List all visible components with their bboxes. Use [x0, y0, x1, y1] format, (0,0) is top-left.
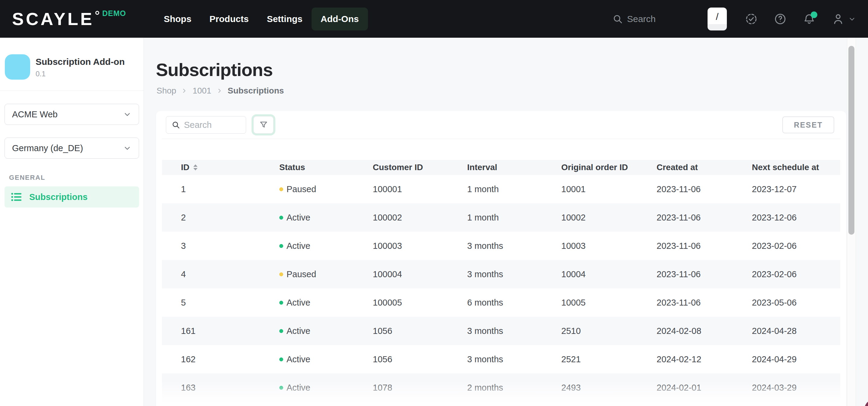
status-dot-icon: [279, 216, 283, 220]
cell-customer-id: 1078: [373, 383, 467, 393]
shop-selector[interactable]: ACME Web: [4, 104, 139, 125]
cell-customer-id: 100002: [373, 213, 467, 223]
status-dot-icon: [279, 244, 283, 248]
status-label: Active: [286, 383, 310, 393]
toolbar-divider: [162, 139, 840, 139]
column-header-id[interactable]: ID: [162, 163, 279, 172]
column-header-status[interactable]: Status: [279, 163, 373, 172]
page-title: Subscriptions: [156, 59, 273, 80]
chevron-down-icon: [123, 110, 131, 119]
status-label: Active: [286, 213, 310, 223]
locale-selector[interactable]: Germany (de_DE): [4, 137, 139, 159]
cell-original-order-id: 10003: [561, 241, 657, 251]
page-scrollbar[interactable]: [847, 38, 856, 406]
column-header-interval[interactable]: Interval: [467, 163, 561, 172]
cell-created-at: 2023-11-06: [657, 241, 752, 251]
breadcrumb: Shop 1001 Subscriptions: [157, 86, 284, 96]
table-row[interactable]: 2 Active 100002 1 month 10002 2023-11-06…: [162, 203, 840, 232]
cell-interval: 3 months: [467, 241, 561, 251]
shop-selector-value: ACME Web: [12, 110, 58, 120]
nav-item-shops[interactable]: Shops: [155, 7, 200, 30]
cell-next-schedule-at: 2023-02-06: [752, 269, 840, 279]
task-check-icon: [745, 13, 757, 25]
table-row[interactable]: 161 Active 1056 3 months 2510 2024-02-08…: [162, 317, 840, 345]
logo-text: SCAYLE: [12, 0, 94, 38]
cell-id: 4: [162, 269, 279, 279]
user-menu-button[interactable]: [832, 13, 856, 25]
cell-created-at: 2023-11-06: [657, 184, 752, 194]
slash-key-label: /: [716, 11, 719, 22]
filter-button[interactable]: [253, 116, 274, 134]
status-dot-icon: [279, 357, 283, 362]
cell-status: Active: [279, 326, 373, 336]
search-icon: [613, 14, 623, 24]
table-row[interactable]: 5 Active 100005 6 months 10005 2023-11-0…: [162, 288, 840, 317]
cell-customer-id: 100003: [373, 241, 467, 251]
status-label: Active: [286, 326, 310, 336]
column-header-created-at[interactable]: Created at: [657, 163, 752, 172]
cell-original-order-id: 2521: [561, 354, 657, 364]
global-search[interactable]: Search: [613, 14, 656, 24]
nav-item-add-ons[interactable]: Add-Ons: [312, 7, 368, 30]
cell-next-schedule-at: 2023-12-06: [752, 213, 840, 223]
cell-original-order-id: 10002: [561, 213, 657, 223]
table-row[interactable]: 4 Paused 100004 3 months 10004 2023-11-0…: [162, 260, 840, 288]
column-header-original-order-id[interactable]: Original order ID: [561, 163, 657, 172]
notifications-button[interactable]: [803, 13, 815, 25]
search-icon: [172, 121, 180, 129]
nav-item-products[interactable]: Products: [200, 7, 258, 30]
cell-id: 2: [162, 213, 279, 223]
global-search-label: Search: [627, 14, 656, 24]
cell-interval: 6 months: [467, 298, 561, 308]
sort-icon[interactable]: [193, 164, 197, 170]
cell-status: Paused: [279, 269, 373, 279]
chevron-down-icon: [123, 144, 131, 152]
cell-original-order-id: 10005: [561, 298, 657, 308]
breadcrumb-subscriptions: Subscriptions: [228, 86, 284, 96]
column-header-customer-id[interactable]: Customer ID: [373, 163, 467, 172]
addon-title: Subscription Add-on: [36, 57, 125, 67]
sidebar-item-label: Subscriptions: [29, 192, 88, 202]
reset-button[interactable]: RESET: [782, 117, 834, 133]
table-search-input[interactable]: [184, 120, 240, 130]
status-label: Paused: [286, 184, 316, 194]
table-row[interactable]: 3 Active 100003 3 months 10003 2023-11-0…: [162, 232, 840, 260]
cell-status: Active: [279, 383, 373, 393]
sidebar-section-general: GENERAL: [9, 174, 144, 182]
cell-customer-id: 100001: [373, 184, 467, 194]
sidebar-item-subscriptions[interactable]: Subscriptions: [4, 186, 139, 208]
slash-shortcut-key: /: [708, 7, 727, 30]
cell-original-order-id: 10001: [561, 184, 657, 194]
help-icon: [774, 13, 786, 25]
nav-item-settings[interactable]: Settings: [258, 7, 312, 30]
table-row[interactable]: 162 Active 1056 3 months 2521 2024-02-12…: [162, 345, 840, 373]
locale-selector-value: Germany (de_DE): [12, 143, 83, 153]
list-icon: [10, 191, 23, 203]
column-header-next-schedule-at[interactable]: Next schedule at: [752, 163, 840, 172]
table-row[interactable]: 163 Active 1078 2 months 2493 2024-02-01…: [162, 373, 840, 402]
subscriptions-card: RESET ID Status Customer ID Interval Ori…: [156, 111, 846, 406]
tasks-button[interactable]: [745, 13, 757, 25]
column-header-id-label: ID: [181, 163, 189, 172]
cell-next-schedule-at: 2023-02-06: [752, 241, 840, 251]
help-button[interactable]: [774, 13, 786, 25]
scrollbar-thumb[interactable]: [848, 46, 855, 235]
cell-id: 1: [162, 184, 279, 194]
breadcrumb-shop[interactable]: Shop: [157, 86, 176, 96]
cell-status: Active: [279, 213, 373, 223]
cell-interval: 3 months: [467, 354, 561, 364]
cell-status: Active: [279, 298, 373, 308]
table-body: 1 Paused 100001 1 month 10001 2023-11-06…: [162, 175, 840, 402]
cell-customer-id: 1056: [373, 326, 467, 336]
table-search[interactable]: [166, 116, 246, 134]
cell-id: 162: [162, 354, 279, 364]
cell-status: Paused: [279, 184, 373, 194]
cell-interval: 2 months: [467, 383, 561, 393]
addon-app-icon: [5, 54, 30, 80]
breadcrumb-shop-id[interactable]: 1001: [192, 86, 211, 96]
table-row[interactable]: 1 Paused 100001 1 month 10001 2023-11-06…: [162, 175, 840, 203]
table-toolbar: RESET: [156, 111, 846, 139]
addon-meta: Subscription Add-on 0.1: [36, 54, 125, 80]
scayle-logo[interactable]: SCAYLE DEMO: [12, 0, 126, 38]
addon-version: 0.1: [36, 70, 125, 78]
